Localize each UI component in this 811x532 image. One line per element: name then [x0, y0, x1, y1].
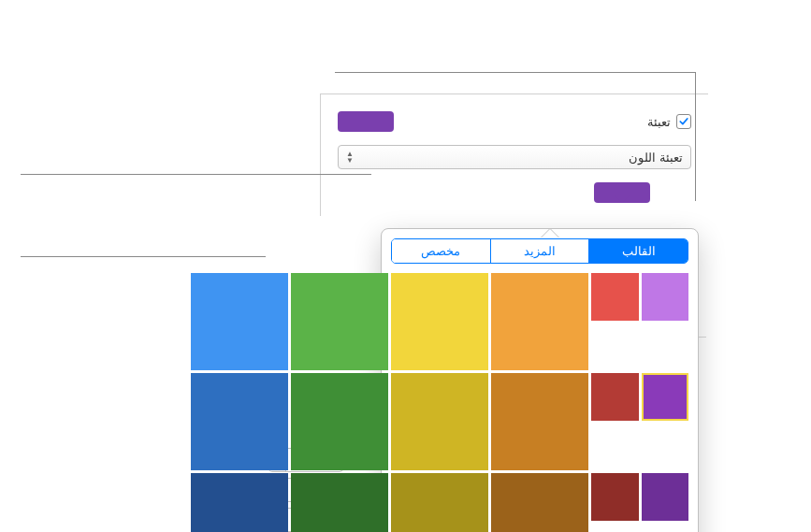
tab-custom[interactable]: مخصص [392, 239, 491, 263]
color-swatch[interactable] [642, 373, 689, 421]
inspector-panel: تعبئة تعبئة اللون ▲▼ [320, 93, 708, 216]
fill-type-value: تعبئة اللون [629, 151, 683, 165]
color-swatch[interactable] [491, 473, 588, 532]
fill-checkbox[interactable] [676, 114, 691, 129]
popover-tabs: القالب المزيد مخصص [391, 238, 688, 264]
color-grid [391, 273, 688, 532]
color-swatch[interactable] [191, 473, 288, 532]
tab-more[interactable]: المزيد [491, 239, 590, 263]
color-swatch[interactable] [291, 373, 388, 470]
color-swatch[interactable] [291, 273, 388, 370]
color-swatch[interactable] [191, 273, 288, 370]
color-swatch[interactable] [391, 373, 488, 470]
checkmark-icon [678, 116, 689, 127]
color-swatch[interactable] [191, 373, 288, 470]
color-swatch[interactable] [491, 373, 588, 470]
color-swatch[interactable] [642, 273, 689, 321]
color-well[interactable] [594, 182, 650, 203]
chevron-updown-icon: ▲▼ [346, 151, 354, 164]
color-swatch[interactable] [291, 473, 388, 532]
fill-checkbox-group[interactable]: تعبئة [647, 114, 691, 129]
fill-swatch[interactable] [338, 111, 394, 132]
color-swatch[interactable] [591, 373, 639, 421]
fill-label: تعبئة [647, 115, 671, 129]
color-swatch[interactable] [642, 473, 689, 521]
color-swatch[interactable] [591, 473, 639, 521]
tab-template[interactable]: القالب [589, 239, 688, 263]
color-swatch[interactable] [591, 273, 639, 321]
color-swatch[interactable] [391, 273, 488, 370]
color-swatch[interactable] [491, 273, 588, 370]
fill-type-select[interactable]: تعبئة اللون ▲▼ [338, 145, 691, 169]
color-popover: القالب المزيد مخصص [381, 228, 699, 532]
color-swatch[interactable] [391, 473, 488, 532]
